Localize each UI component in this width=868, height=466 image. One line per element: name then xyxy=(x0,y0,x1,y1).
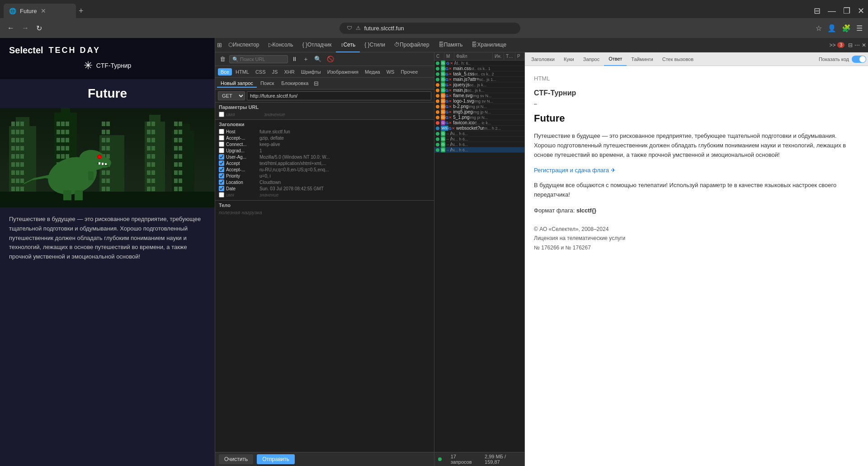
filter-html[interactable]: HTML xyxy=(233,68,252,75)
request-row-10[interactable]: G G ✕ img5.jpeg img jp N... xyxy=(434,109,524,115)
window-controls: ⊟ — ❐ ✕ xyxy=(814,6,864,16)
upgrade-checkbox[interactable] xyxy=(219,148,224,153)
block-tab[interactable]: Блокировка xyxy=(278,80,312,88)
pause-icon[interactable]: ⏸ xyxy=(290,55,299,63)
useragent-checkbox[interactable] xyxy=(219,154,224,160)
tab-timings[interactable]: Тайминги xyxy=(627,52,657,66)
window-minimize-button[interactable]: — xyxy=(828,6,836,16)
active-tab[interactable]: 🌐 Future ✕ xyxy=(4,4,76,18)
tab-options-icon[interactable]: ⊟ xyxy=(314,80,319,87)
location-value: Cloudtown xyxy=(259,180,430,185)
request-row-15[interactable]: G → / N... h 6... xyxy=(434,137,524,142)
clear-button[interactable]: Очистить xyxy=(219,454,253,464)
search-tab[interactable]: Поиск xyxy=(257,80,278,88)
location-checkbox[interactable] xyxy=(219,179,224,185)
param-empty-checkbox[interactable] xyxy=(219,112,224,117)
back-button[interactable]: ← xyxy=(5,22,16,34)
trash-icon[interactable]: 🗑 xyxy=(218,55,227,63)
tab-call-stack[interactable]: Стек вызовов xyxy=(658,52,698,66)
filter-ws[interactable]: WS xyxy=(384,68,397,75)
response-link[interactable]: Регистрация и сдача флага ✈ xyxy=(534,167,616,174)
filter-fonts[interactable]: Шрифты xyxy=(298,68,324,75)
request-url-input[interactable] xyxy=(247,91,431,100)
request-row-5[interactable]: G G ✕ jquery.js sc.. js k... xyxy=(434,82,524,88)
new-request-tab[interactable]: Новый запрос xyxy=(217,80,257,88)
devtools-settings-icon[interactable]: ⋯ xyxy=(854,42,860,48)
filter-xhr[interactable]: XHR xyxy=(281,68,297,75)
tab-request[interactable]: Запрос xyxy=(579,52,604,66)
accept-enc-checkbox[interactable] xyxy=(219,135,224,141)
status-indicator xyxy=(436,116,439,119)
tab-response[interactable]: Ответ xyxy=(604,52,627,66)
url-search-input[interactable] xyxy=(229,55,288,63)
tab-styles[interactable]: { } Стили xyxy=(360,38,390,52)
status-indicator xyxy=(436,132,439,136)
accept-checkbox[interactable] xyxy=(219,160,224,166)
devtools-more-button[interactable]: >> xyxy=(829,42,835,48)
tab-close-button[interactable]: ✕ xyxy=(41,7,46,14)
profile-icon[interactable]: 👤 xyxy=(827,24,836,33)
filter-other[interactable]: Прочее xyxy=(398,68,420,75)
request-row-12[interactable]: G G ✕ favicon.ico E... ic k... xyxy=(434,120,524,126)
filter-all[interactable]: Все xyxy=(218,68,232,75)
date-checkbox[interactable] xyxy=(219,186,224,191)
filter-js[interactable]: JS xyxy=(269,68,281,75)
request-row-4[interactable]: G G ✕ main.js?attr= sc.. js 1... xyxy=(434,77,524,82)
priority-checkbox[interactable] xyxy=(219,173,224,179)
filter-css[interactable]: CSS xyxy=(253,68,269,75)
http-method-select[interactable]: GET POST PUT xyxy=(218,91,245,100)
code-toggle-switch[interactable] xyxy=(852,56,866,63)
method-badge: G xyxy=(441,82,445,87)
request-row-9[interactable]: G G ✕ b-2.png img pi N... xyxy=(434,104,524,109)
tab-profiler[interactable]: ⏱ Профайлер xyxy=(390,38,434,52)
request-row-16[interactable]: G → / N... h 6... xyxy=(434,142,524,147)
host-checkbox[interactable] xyxy=(219,129,224,134)
request-row-11[interactable]: G G ✕ 5_1.png img pi N... xyxy=(434,115,524,120)
tab-network[interactable]: ↕ Сеть xyxy=(336,38,360,52)
param-name-placeholder: имя xyxy=(226,112,262,117)
window-files-icon[interactable]: ⊟ xyxy=(814,6,821,16)
window-close-button[interactable]: ✕ xyxy=(858,6,864,16)
request-row-3[interactable]: G G ✕ task_5.css st.. cs k.. 2 xyxy=(434,71,524,77)
request-row-13[interactable]: WS G ✕ websocket?ur m... h 2... xyxy=(434,126,524,131)
tab-headers[interactable]: Заголовки xyxy=(527,52,559,66)
request-row-1[interactable]: G G ✕ / d.. h: 6.. xyxy=(434,61,524,66)
snowflake-icon: ✳ xyxy=(84,59,93,72)
request-row-8[interactable]: G G ✕ logo-1.svg img sv N... xyxy=(434,99,524,104)
request-row-2[interactable]: G G ✕ main.css st.. cs k.. 1 xyxy=(434,66,524,71)
forward-button[interactable]: → xyxy=(20,22,31,34)
accept-lang-checkbox[interactable] xyxy=(219,167,224,172)
request-row-7[interactable]: G G ✕ flame.svg img sv N... xyxy=(434,93,524,99)
tab-storage[interactable]: 🗄 Хранилище xyxy=(467,38,511,52)
file-meta: N... h 6... xyxy=(452,137,468,141)
request-row-6[interactable]: G G ✕ main.js sc.. js k... xyxy=(434,88,524,93)
extensions-icon[interactable]: 🧩 xyxy=(842,24,851,33)
tab-cookies[interactable]: Куки xyxy=(559,52,579,66)
send-button[interactable]: Отправить xyxy=(257,454,295,464)
filter-media[interactable]: Медиа xyxy=(362,68,383,75)
filter-images[interactable]: Изображения xyxy=(325,68,361,75)
add-request-icon[interactable]: ＋ xyxy=(301,54,311,64)
tab-memory[interactable]: 🗄 Память xyxy=(434,38,467,52)
response-paragraph1: Путешествие в будущее — это рискованное … xyxy=(534,132,859,160)
new-tab-button[interactable]: + xyxy=(79,6,84,16)
menu-icon[interactable]: ☰ xyxy=(856,24,863,33)
empty-header-checkbox[interactable] xyxy=(219,192,224,198)
request-row-14[interactable]: G → / N... h 6... xyxy=(434,131,524,137)
refresh-button[interactable]: ↻ xyxy=(34,22,44,34)
tab-console[interactable]: ▷ Консоль xyxy=(264,38,298,52)
connection-checkbox[interactable] xyxy=(219,141,224,147)
window-maximize-button[interactable]: ❐ xyxy=(843,6,850,16)
tab-inspector[interactable]: ⬡ Инспектор xyxy=(224,38,264,52)
block-icon[interactable]: 🚫 xyxy=(325,55,336,63)
devtools-responsive-icon[interactable]: ⊟ xyxy=(848,42,853,48)
tab-debugger[interactable]: { } Отладчик xyxy=(298,38,336,52)
filter-icon[interactable]: 🔍 xyxy=(312,55,323,63)
address-bar[interactable]: 🛡 ⚠ future.slcctf.fun xyxy=(340,23,520,34)
file-meta: img jp N... xyxy=(473,110,491,114)
response-panel: Заголовки Куки Запрос Ответ Тайминги Сте… xyxy=(525,52,868,466)
devtools-inspector-toggle[interactable]: ⊞ xyxy=(217,42,222,48)
devtools-close-button[interactable]: ✕ xyxy=(862,42,866,48)
bookmark-icon[interactable]: ☆ xyxy=(816,24,822,33)
request-row-17[interactable]: G → / N... h 6... xyxy=(434,147,524,153)
